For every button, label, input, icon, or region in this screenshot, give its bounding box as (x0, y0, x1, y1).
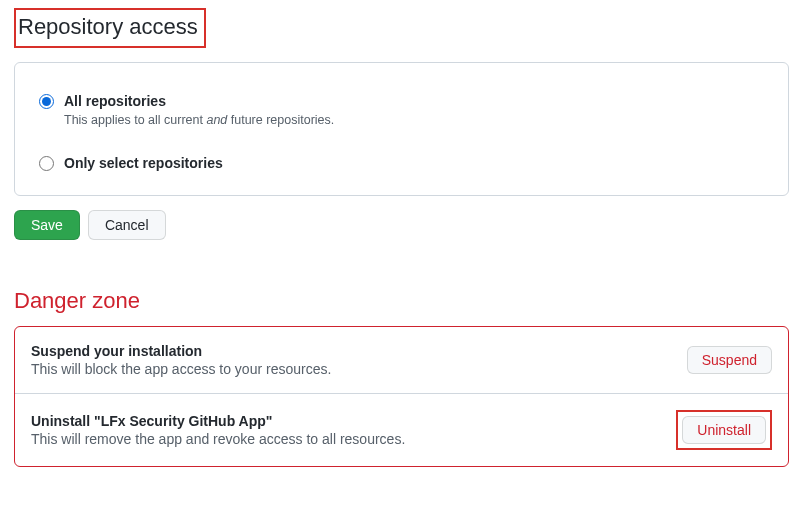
danger-zone-box: Suspend your installation This will bloc… (14, 326, 789, 467)
uninstall-button[interactable]: Uninstall (682, 416, 766, 444)
save-button[interactable]: Save (14, 210, 80, 240)
radio-all-label[interactable]: All repositories (64, 93, 166, 109)
radio-select-repositories[interactable] (39, 156, 54, 171)
danger-uninstall-desc: This will remove the app and revoke acce… (31, 431, 676, 447)
danger-suspend-title: Suspend your installation (31, 343, 687, 359)
radio-select-label[interactable]: Only select repositories (64, 155, 223, 171)
danger-uninstall-info: Uninstall "LFx Security GitHub App" This… (31, 413, 676, 447)
radio-all-group: All repositories This applies to all cur… (39, 93, 764, 127)
repo-access-box: All repositories This applies to all cur… (14, 62, 789, 196)
suspend-button[interactable]: Suspend (687, 346, 772, 374)
radio-select-group: Only select repositories (39, 155, 764, 171)
danger-uninstall-title: Uninstall "LFx Security GitHub App" (31, 413, 676, 429)
danger-zone-heading: Danger zone (14, 288, 789, 314)
cancel-button[interactable]: Cancel (88, 210, 166, 240)
radio-all-repositories[interactable] (39, 94, 54, 109)
danger-suspend-desc: This will block the app access to your r… (31, 361, 687, 377)
repo-access-heading: Repository access (14, 8, 206, 48)
actions-row: Save Cancel (14, 210, 789, 240)
danger-uninstall-row: Uninstall "LFx Security GitHub App" This… (15, 394, 788, 466)
uninstall-highlight: Uninstall (676, 410, 772, 450)
danger-suspend-row: Suspend your installation This will bloc… (15, 327, 788, 394)
radio-all-desc: This applies to all current and future r… (64, 113, 764, 127)
danger-suspend-info: Suspend your installation This will bloc… (31, 343, 687, 377)
